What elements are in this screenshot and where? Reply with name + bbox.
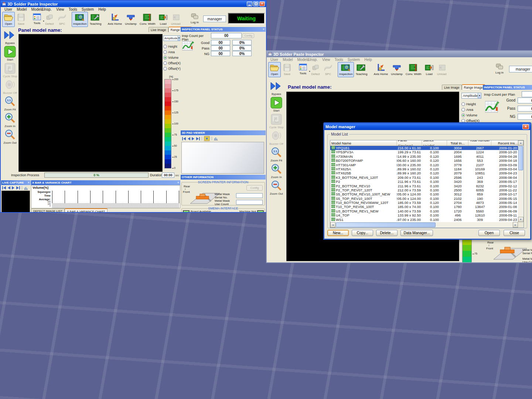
toolbar-button-open[interactable]: Open (2, 12, 15, 27)
tab-defect-image-list[interactable]: DEFECT IMAGE LIST (31, 208, 65, 213)
sidebar-button-zoom-out[interactable]: Zoom Out (1, 129, 18, 145)
chevron-down-icon[interactable]: ▾ (43, 20, 44, 22)
chevron-down-icon[interactable]: ▼ (178, 36, 180, 41)
menu-item-help[interactable]: Help (96, 7, 108, 11)
model-row[interactable]: BD7200TOPAMP306.60 x 160.000.12016565532… (330, 158, 518, 163)
toolbar-button-conv-width[interactable]: Conv. Width (404, 62, 423, 77)
model-row[interactable]: U4_TOP133.99 x 92.500.100496126102008-09… (330, 213, 518, 217)
live-capture-viewport[interactable] (1, 191, 30, 213)
login-button[interactable]: Log in (493, 63, 506, 76)
column-header-4[interactable]: Total number ... (468, 140, 491, 146)
sidebar-button-zoom-in[interactable]: Zoom In (1, 112, 18, 129)
model-row[interactable]: YPQ1B1216.00 x 61.000.100300426672009-01… (330, 146, 518, 150)
amplitude-dropdown[interactable]: Amplitude ▼ (461, 93, 481, 99)
toolbar-button-load[interactable]: Load (157, 12, 170, 27)
delete-button[interactable]: Delete... (376, 230, 398, 236)
column-header-0[interactable]: Model Name (330, 140, 397, 146)
column-header-2[interactable]: Stencil Height(... (422, 140, 447, 146)
nav-first-icon[interactable] (2, 186, 6, 190)
insp-count-field[interactable]: 00 (211, 33, 242, 38)
close-button[interactable]: Close (504, 230, 525, 236)
menu-item-modelinsp[interactable]: Model&Insp. (29, 7, 54, 11)
toolbar-button-teaching[interactable]: Teaching (88, 12, 103, 27)
toolbar-button-teaching[interactable]: Teaching (354, 62, 369, 77)
tab-live-image[interactable]: Live Image (149, 27, 168, 32)
tab-xbar-variance-chart[interactable]: X BAR & VARIANCE CHART (65, 208, 108, 213)
radio-offsety[interactable]: Offset(Y) (163, 66, 181, 71)
data-manager-button[interactable]: Data Manager... (400, 230, 433, 236)
menu-item-model[interactable]: Model (14, 7, 29, 11)
nav-last-icon[interactable] (16, 186, 20, 190)
nav-last-icon[interactable] (196, 137, 200, 140)
tab-live-image[interactable]: Live Image (442, 85, 462, 90)
menu-item-tools[interactable]: Tools (332, 58, 345, 62)
sidebar-button-zoom-out[interactable]: Zoom Out (268, 180, 285, 196)
pad-viewer-canvas[interactable] (181, 142, 264, 174)
login-button[interactable]: Log in (188, 13, 201, 26)
scroll-up-icon[interactable]: ▲ (518, 140, 524, 146)
chevron-down-icon[interactable]: ▾ (309, 70, 310, 72)
nav-next-icon[interactable] (192, 137, 195, 140)
close-button[interactable]: × (259, 1, 265, 6)
mask-serial-field[interactable] (236, 193, 263, 198)
horizontal-scroll-thumb[interactable] (336, 222, 436, 227)
radio-height[interactable]: Height (163, 44, 181, 49)
scroll-left-icon[interactable]: ◄ (330, 222, 335, 228)
scroll-right-icon[interactable]: ► (513, 222, 518, 228)
column-header-5[interactable]: Recent Ins... (491, 140, 518, 146)
menu-item-user[interactable]: User (2, 7, 14, 11)
menu-item-user[interactable]: User (268, 58, 280, 62)
menu-item-modelinsp[interactable]: Model&Insp. (295, 58, 320, 62)
model-row[interactable]: P2211.96 x 73.610.10034203692008-05-17 (330, 180, 518, 184)
insp-count-field[interactable]: 00 (522, 91, 532, 97)
menu-item-view[interactable]: View (54, 7, 66, 11)
sidebar-button-zoom-in[interactable]: Zoom In (268, 163, 285, 180)
model-row[interactable]: A730MAIN214.99 x 235.000.120169540112009… (330, 154, 518, 158)
sidebar-button-zoom-fit[interactable]: 1:1Zoom Fit (268, 146, 285, 163)
sidebar-button-start[interactable]: Start (268, 96, 285, 113)
open-button[interactable]: Open (478, 230, 500, 236)
column-header-3[interactable]: Total In... (447, 140, 468, 146)
menu-item-model[interactable]: Model (280, 58, 295, 62)
menu-item-view[interactable]: View (320, 58, 332, 62)
scroll-down-icon[interactable]: ▼ (518, 217, 524, 222)
nav-prev-icon[interactable] (7, 186, 10, 190)
toolbar-button-open[interactable]: Open (268, 62, 281, 77)
range-image-viewport[interactable] (18, 34, 163, 172)
close-panel-icon[interactable]: × (263, 28, 265, 31)
radio-volume[interactable]: Volume (163, 55, 181, 60)
model-row[interactable]: S5_BOTTOM_REV10_100T_NEW205.00 x 124.000… (330, 192, 518, 196)
column-header-1[interactable]: Panel Size(mm) (397, 140, 422, 146)
sidebar-button-start[interactable]: Start (1, 45, 18, 62)
radio-area[interactable]: Area (163, 49, 181, 55)
model-row[interactable]: HT7301AMP330.00 x 235.000.12037782107200… (330, 163, 518, 167)
histogram-icon[interactable] (24, 186, 28, 190)
model-row[interactable]: T10_TOP_REV06_100T185.00 x 74.000.100178… (330, 205, 518, 209)
model-row[interactable]: P2_TOP_REV07_120T212.00 x 73.590.1002500… (330, 188, 518, 192)
toolbar-button-axis-home[interactable]: Axis Home (372, 62, 390, 77)
user-field[interactable]: manager (509, 66, 532, 72)
nav-first-icon[interactable] (182, 137, 186, 140)
toolbar-button-unclamp[interactable]: Unclamp (389, 62, 404, 77)
radio-volume[interactable]: Volume (461, 112, 480, 118)
model-row[interactable]: HTX625B189.99 x 160.200.1202079108512009… (330, 171, 518, 175)
model-manager-titlebar[interactable]: Model manager × (324, 123, 531, 130)
model-row[interactable]: T10_BOTTOM_REV06WW_120T185.00 x 73.590.1… (330, 201, 518, 205)
window-left-titlebar[interactable]: 3D Solder Paste Inspector × (1, 1, 266, 7)
toolbar-button-load[interactable]: Load (423, 62, 436, 77)
close-panel-icon[interactable]: × (177, 181, 179, 184)
window-right-titlebar[interactable]: 3D Solder Paste Inspector (267, 51, 532, 57)
close-icon[interactable]: × (522, 124, 529, 129)
toolbar-button-inspection[interactable]: Inspection (338, 62, 354, 77)
toolbar-button-conv-width[interactable]: Conv. Width (138, 12, 157, 27)
chevron-down-icon[interactable]: ▼ (478, 93, 481, 98)
toolbar-button-tools[interactable]: Tools▾ (31, 12, 43, 27)
maximize-button[interactable] (253, 1, 259, 6)
histogram-icon[interactable] (214, 137, 218, 140)
sidebar-button-zoom-fit[interactable]: 1:1Zoom Fit (1, 95, 18, 112)
radio-offsetx[interactable]: Offset(X) (163, 60, 181, 66)
model-row[interactable]: HTX625A189.99 x 160.020.1201184101692009… (330, 167, 518, 171)
menu-item-system[interactable]: System (79, 7, 96, 11)
nav-next-icon[interactable] (12, 186, 15, 190)
amplitude-dropdown[interactable]: Amplitude ▼ (163, 35, 180, 41)
